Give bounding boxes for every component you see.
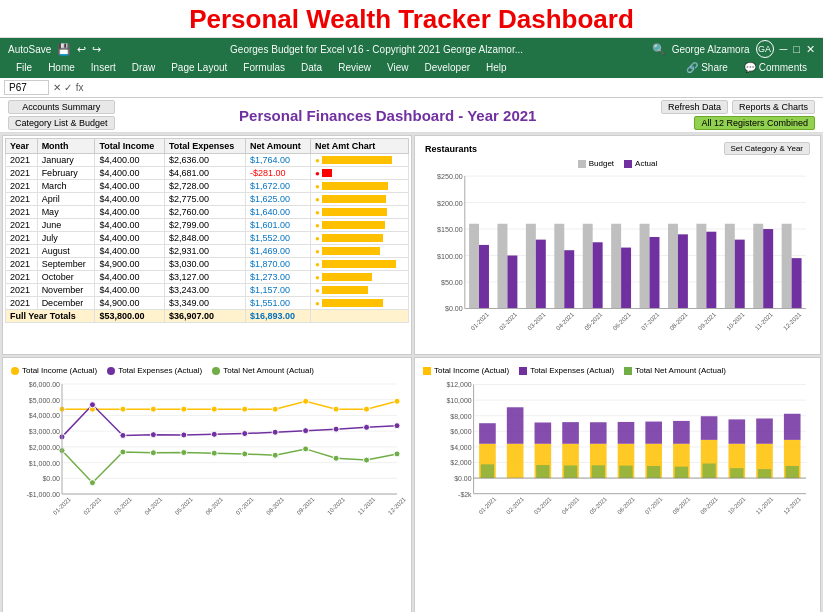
set-category-year-button[interactable]: Set Category & Year [724, 142, 811, 155]
table-row: 2021 June $4,400.00 $2,799.00 $1,601.00 … [6, 219, 409, 232]
cell-year: 2021 [6, 167, 38, 180]
legend-budget: Budget [578, 159, 614, 168]
combo-income-dot [423, 367, 431, 375]
accounts-summary-button[interactable]: Accounts Summary [8, 100, 115, 114]
svg-text:02-2021: 02-2021 [83, 496, 103, 516]
formula-input[interactable] [88, 82, 819, 93]
mini-bar [322, 260, 396, 268]
svg-text:06-2021: 06-2021 [616, 495, 636, 515]
cell-bar: ● [311, 180, 409, 193]
cell-year: 2021 [6, 245, 38, 258]
tab-draw[interactable]: Draw [124, 60, 163, 78]
line-income-dot [11, 367, 19, 375]
user-avatar: GA [756, 40, 774, 58]
svg-text:04-2021: 04-2021 [561, 495, 581, 515]
svg-rect-145 [564, 465, 577, 478]
tab-review[interactable]: Review [330, 60, 379, 78]
svg-rect-36 [696, 224, 706, 309]
cell-net: $1,469.00 [246, 245, 311, 258]
tab-page-layout[interactable]: Page Layout [163, 60, 235, 78]
svg-rect-149 [592, 465, 605, 478]
svg-text:08-2021: 08-2021 [265, 496, 285, 516]
maximize-icon[interactable]: □ [793, 43, 800, 55]
mini-bar-icon: ● [315, 260, 320, 269]
close-icon[interactable]: ✕ [806, 43, 815, 56]
tab-formulas[interactable]: Formulas [235, 60, 293, 78]
mini-bar [322, 195, 386, 203]
svg-point-77 [394, 398, 400, 404]
reports-charts-button[interactable]: Reports & Charts [732, 100, 815, 114]
svg-text:09-2021: 09-2021 [296, 496, 316, 516]
restaurant-chart-title: Restaurants [425, 144, 477, 154]
svg-point-99 [333, 455, 339, 461]
cell-month: March [37, 180, 95, 193]
tab-insert[interactable]: Insert [83, 60, 124, 78]
tab-help[interactable]: Help [478, 60, 515, 78]
cell-reference[interactable] [4, 80, 49, 95]
share-button[interactable]: 🔗 Share [678, 60, 735, 78]
redo-icon[interactable]: ↪ [92, 43, 101, 56]
svg-rect-144 [562, 422, 579, 444]
svg-rect-19 [536, 240, 546, 309]
svg-point-83 [211, 431, 217, 437]
tab-data[interactable]: Data [293, 60, 330, 78]
cell-month: April [37, 193, 95, 206]
svg-rect-164 [701, 416, 718, 440]
mini-bar [322, 273, 372, 281]
combo-expenses-label: Total Expenses (Actual) [530, 366, 614, 375]
svg-rect-160 [673, 421, 690, 444]
col-chart: Net Amt Chart [311, 139, 409, 154]
undo-icon[interactable]: ↩ [77, 43, 86, 56]
ribbon-tabs: File Home Insert Draw Page Layout Formul… [0, 60, 823, 78]
svg-text:$250.00: $250.00 [437, 173, 463, 181]
tab-view[interactable]: View [379, 60, 417, 78]
cell-bar: ● [311, 297, 409, 310]
cell-net: $1,870.00 [246, 258, 311, 271]
svg-rect-168 [728, 419, 745, 443]
svg-text:10-2021: 10-2021 [727, 495, 747, 515]
cell-expenses: $3,030.00 [164, 258, 245, 271]
mini-bar-icon: ● [315, 234, 320, 243]
svg-point-81 [150, 432, 156, 438]
table-row: 2021 July $4,400.00 $2,848.00 $1,552.00 … [6, 232, 409, 245]
refresh-data-button[interactable]: Refresh Data [661, 100, 728, 114]
svg-text:$150.00: $150.00 [437, 226, 463, 234]
svg-rect-136 [507, 444, 524, 478]
cell-year: 2021 [6, 271, 38, 284]
line-expenses-label: Total Expenses (Actual) [118, 366, 202, 375]
svg-text:02-2021: 02-2021 [505, 495, 525, 515]
svg-text:$0.00: $0.00 [445, 305, 463, 313]
search-icon[interactable]: 🔍 [652, 43, 666, 56]
svg-text:$5,000.00: $5,000.00 [29, 397, 60, 404]
svg-rect-141 [536, 465, 549, 478]
mini-bar-icon: ● [315, 182, 320, 191]
all-registers-button[interactable]: All 12 Registers Combined [694, 116, 815, 130]
svg-point-86 [303, 428, 309, 434]
svg-text:12-2021: 12-2021 [387, 496, 407, 516]
cell-net: $1,601.00 [246, 219, 311, 232]
save-icon[interactable]: 💾 [57, 43, 71, 56]
combo-income-label: Total Income (Actual) [434, 366, 509, 375]
comments-button[interactable]: 💬 Comments [736, 60, 815, 78]
svg-point-91 [89, 480, 95, 486]
category-list-button[interactable]: Category List & Budget [8, 116, 115, 130]
svg-text:-$1,000.00: -$1,000.00 [27, 491, 61, 498]
svg-point-92 [120, 449, 126, 455]
svg-rect-43 [763, 229, 773, 308]
tab-developer[interactable]: Developer [416, 60, 478, 78]
svg-rect-21 [554, 224, 564, 309]
minimize-icon[interactable]: ─ [780, 43, 788, 55]
combo-legend-expenses: Total Expenses (Actual) [519, 366, 614, 375]
line-chart-panel: Total Income (Actual) Total Expenses (Ac… [2, 357, 412, 612]
tab-file[interactable]: File [8, 60, 40, 78]
svg-text:$2,000: $2,000 [450, 459, 471, 466]
col-year: Year [6, 139, 38, 154]
cell-year: 2021 [6, 297, 38, 310]
svg-text:$10,000: $10,000 [447, 397, 472, 404]
mini-bar-icon: ● [315, 273, 320, 282]
svg-text:10-2021: 10-2021 [725, 310, 746, 331]
financial-table: Year Month Total Income Total Expenses N… [5, 138, 409, 323]
svg-point-101 [394, 451, 400, 457]
tab-home[interactable]: Home [40, 60, 83, 78]
mini-bar [322, 156, 392, 164]
